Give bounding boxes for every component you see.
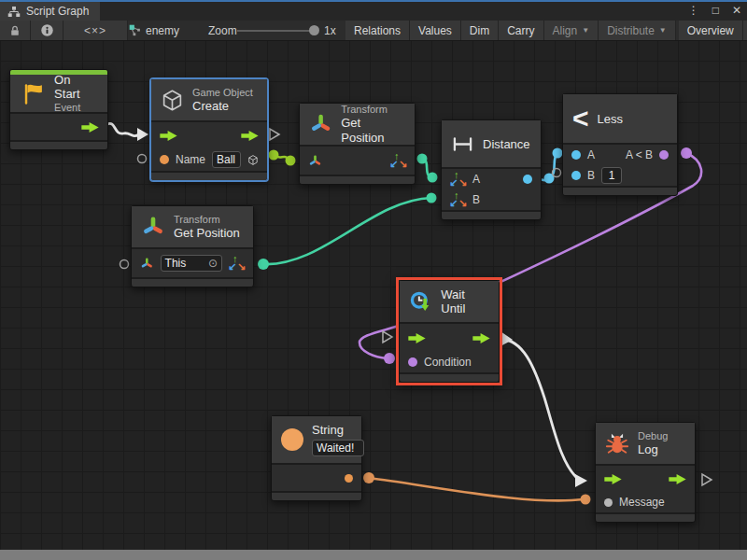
wire-waituntil-log[interactable]	[500, 339, 579, 480]
port-label: A	[587, 148, 595, 161]
wire-arrowhead	[137, 128, 148, 141]
port-label: Name	[176, 153, 205, 166]
wire-end-dot	[427, 193, 437, 203]
condition-in-port[interactable]	[408, 357, 417, 367]
port-label: A	[472, 173, 480, 186]
value-row: ↑↙↘ B	[442, 189, 541, 210]
wire-onstart-create[interactable]	[107, 123, 139, 135]
wire-end-dot	[258, 259, 269, 270]
flow-row	[151, 122, 267, 148]
align-dropdown[interactable]: Align▼	[544, 21, 599, 40]
value-row: ↑↙↘ A	[442, 169, 541, 189]
values-button[interactable]: Values	[410, 21, 461, 40]
flow-out-port[interactable]	[472, 333, 490, 343]
carry-button[interactable]: Carry	[499, 21, 543, 40]
unconnected-flow-indicator[interactable]	[702, 474, 712, 485]
flow-out-port[interactable]	[669, 474, 686, 484]
transform-in-port[interactable]	[308, 154, 322, 168]
flag-icon	[20, 80, 46, 107]
node-footer	[400, 372, 499, 382]
vector3-in-port[interactable]: ↑↙↘	[450, 172, 466, 187]
full-screen-button[interactable]: Full Screen	[743, 21, 747, 40]
wire-getposition-distance-b[interactable]	[263, 198, 431, 264]
unconnected-flow-indicator[interactable]	[270, 129, 279, 140]
less-out-port[interactable]	[659, 150, 669, 160]
node-less[interactable]: < Less A A < B B 1	[562, 93, 678, 196]
transform-in-port[interactable]	[140, 257, 154, 271]
distance-icon	[451, 134, 474, 154]
string-icon	[281, 428, 303, 451]
node-footer	[563, 186, 677, 195]
unconnected-value-indicator[interactable]	[138, 155, 147, 163]
node-header: Debug Log	[596, 423, 695, 466]
node-debug-log[interactable]: Debug Log Message	[595, 422, 696, 523]
node-get-position-b[interactable]: Transform Get Position This ⊙ ↑↙↘	[131, 205, 254, 287]
port-label: Message	[619, 496, 665, 509]
lock-button[interactable]	[0, 21, 31, 40]
menu-icon[interactable]: ⋮	[688, 4, 699, 17]
node-title: On Start	[54, 73, 98, 102]
flow-in-port[interactable]	[604, 474, 622, 484]
node-get-position-a[interactable]: Transform Get Position ↑↙↘	[299, 103, 416, 185]
name-input-port[interactable]	[160, 155, 169, 164]
dim-button[interactable]: Dim	[461, 21, 499, 40]
maximize-icon[interactable]: □	[712, 4, 719, 17]
target-value-field[interactable]: This ⊙	[161, 255, 222, 272]
node-header: Game Object Create	[151, 79, 267, 122]
wire-string-log[interactable]	[369, 478, 584, 500]
less-b-in-port[interactable]	[571, 171, 581, 180]
zoom-slider-knob[interactable]	[309, 25, 319, 35]
node-on-start[interactable]: On Start Event	[9, 69, 108, 150]
message-in-port[interactable]	[604, 498, 613, 507]
node-header: On Start Event	[10, 75, 107, 114]
node-string[interactable]: String Waited!	[271, 415, 362, 501]
name-value-field[interactable]: Ball	[212, 151, 241, 168]
unconnected-flow-indicator[interactable]	[383, 331, 392, 343]
node-header: Transform Get Position	[300, 104, 415, 147]
b-value-field[interactable]: 1	[601, 167, 622, 184]
node-title: Get Position	[174, 226, 240, 241]
flow-out-port[interactable]	[241, 131, 259, 141]
graph-name[interactable]: enemy	[129, 21, 179, 40]
less-a-in-port[interactable]	[571, 150, 581, 160]
node-title: Get Position	[341, 116, 405, 145]
node-wait-until[interactable]: Wait Until Condition	[399, 280, 500, 383]
string-out-port[interactable]	[345, 474, 353, 483]
node-title: Distance	[483, 137, 530, 151]
tab-script-graph[interactable]: Script Graph	[0, 2, 100, 21]
value-row: B 1	[563, 165, 677, 186]
string-value-field[interactable]: Waited!	[312, 440, 364, 456]
distance-out-port[interactable]	[523, 175, 532, 184]
node-distance[interactable]: Distance ↑↙↘ A ↑↙↘ B	[441, 119, 542, 220]
node-footer	[300, 175, 415, 184]
flow-in-port[interactable]	[160, 131, 177, 141]
game-object-out-port[interactable]	[247, 152, 259, 168]
vector3-out-port[interactable]: ↑↙↘	[390, 153, 406, 168]
flow-row	[400, 324, 499, 352]
wire-end-dot	[384, 353, 395, 364]
code-view-button[interactable]: <×>	[63, 21, 128, 40]
node-type-label: Game Object	[192, 87, 253, 99]
node-type-label: Transform	[341, 104, 405, 116]
flow-in-port[interactable]	[408, 333, 426, 343]
node-header: Distance	[442, 120, 541, 169]
vector3-in-port[interactable]: ↑↙↘	[450, 192, 466, 207]
vector3-out-port[interactable]: ↑↙↘	[229, 256, 245, 271]
close-icon[interactable]: ✕	[732, 4, 741, 17]
node-create-gameobject[interactable]: Game Object Create Name Ball	[150, 78, 268, 181]
graph-asset-icon	[129, 24, 141, 36]
relations-button[interactable]: Relations	[345, 21, 410, 40]
node-header: Wait Until	[400, 281, 499, 324]
object-picker-icon[interactable]: ⊙	[208, 257, 218, 270]
unconnected-value-indicator[interactable]	[120, 260, 129, 269]
distribute-dropdown[interactable]: Distribute▼	[599, 21, 676, 40]
info-button[interactable]	[31, 21, 63, 40]
wire-end-dot	[286, 156, 296, 166]
script-graph-window: On Start Event Game Object Create Name	[0, 0, 747, 560]
node-header: < Less	[563, 94, 677, 145]
zoom-slider-track[interactable]	[237, 30, 316, 32]
node-footer	[132, 277, 253, 287]
flow-out-port[interactable]	[81, 122, 99, 133]
overview-button[interactable]: Overview	[679, 21, 743, 40]
node-footer	[596, 512, 695, 522]
